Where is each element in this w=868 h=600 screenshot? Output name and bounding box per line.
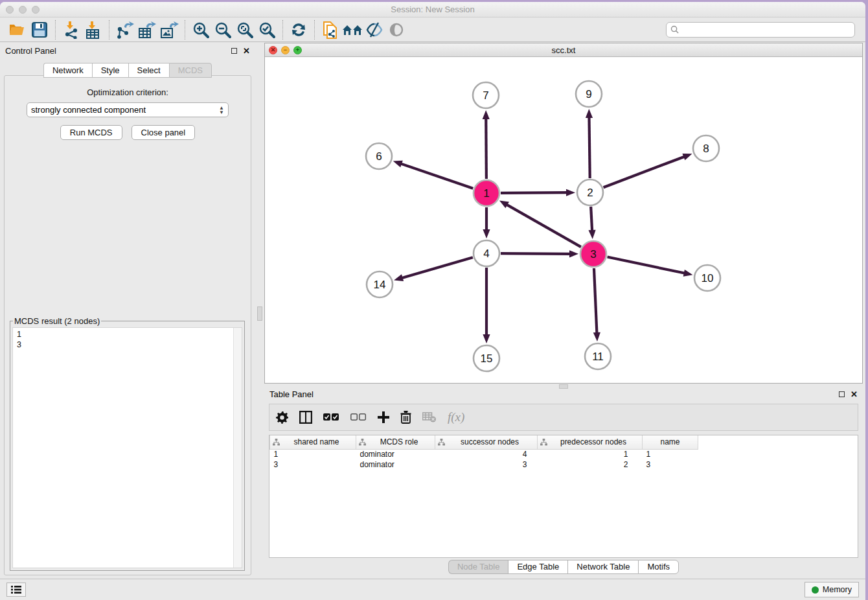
edge-2-9[interactable] (589, 117, 589, 178)
table-settings-gear-icon[interactable] (276, 411, 288, 424)
edge-1-6[interactable] (400, 163, 473, 188)
network-canvas[interactable]: 7968124314101511 (265, 57, 862, 383)
network-graph[interactable]: 7968124314101511 (265, 57, 862, 384)
mcds-result-area[interactable]: 1 3 (12, 327, 242, 568)
table-tab-edge-table[interactable]: Edge Table (508, 560, 567, 574)
hide-graphics-details-icon[interactable] (363, 19, 385, 40)
select-all-columns-icon[interactable] (323, 413, 339, 421)
edge-arrowhead (588, 230, 595, 239)
export-table-icon[interactable] (136, 19, 158, 40)
float-panel-icon[interactable] (231, 48, 237, 54)
result-scrollbar[interactable] (233, 328, 242, 568)
edge-arrowhead (499, 200, 509, 208)
delete-table-disabled-icon (422, 412, 437, 422)
optimization-criterion-label: Optimization criterion: (5, 87, 251, 97)
table-tab-network-table[interactable]: Network Table (567, 560, 638, 574)
edge-3-10[interactable] (608, 257, 685, 273)
edge-2-3[interactable] (591, 207, 592, 231)
control-tab-select[interactable]: Select (128, 63, 169, 78)
mcds-result-group: MCDS result (2 nodes) 1 3 (10, 316, 245, 571)
edge-arrowhead (566, 189, 575, 196)
node-label-11: 11 (592, 351, 604, 363)
table-panel: Table Panel ✕ (264, 386, 863, 576)
search-box[interactable] (666, 22, 855, 38)
column-header-shared-name[interactable]: shared name (270, 435, 356, 449)
table-cell[interactable]: 1 (270, 449, 356, 459)
run-mcds-button[interactable]: Run MCDS (60, 125, 122, 140)
zoom-out-icon[interactable] (212, 19, 234, 40)
column-header-MCDS-role[interactable]: MCDS role (356, 435, 435, 449)
node-label-1: 1 (483, 187, 489, 200)
import-table-icon[interactable] (82, 19, 104, 40)
node-table[interactable]: shared nameMCDS rolesuccessor nodesprede… (269, 435, 858, 558)
edge-arrowhead (393, 161, 403, 168)
task-list-icon (11, 585, 21, 594)
clone-network-icon[interactable] (319, 19, 341, 40)
network-view-window: ✕ − + scc.txt 7968124314101511 (264, 43, 863, 384)
table-cell[interactable]: dominator (356, 449, 435, 459)
column-layout-icon[interactable] (299, 411, 312, 424)
save-session-icon[interactable] (29, 19, 51, 40)
node-label-9: 9 (586, 88, 591, 100)
edge-1-2[interactable] (501, 192, 567, 193)
table-cell[interactable]: 3 (643, 459, 698, 470)
control-tab-mcds[interactable]: MCDS (169, 63, 212, 78)
float-table-panel-icon[interactable] (839, 391, 845, 397)
home-icon[interactable] (341, 19, 363, 40)
title-bar: Session: New Session (0, 2, 865, 17)
export-image-icon[interactable] (158, 19, 180, 40)
column-header-successor-nodes[interactable]: successor nodes (435, 435, 538, 449)
horizontal-splitter-grip[interactable] (559, 384, 568, 389)
table-cell[interactable]: 3 (270, 459, 356, 470)
column-header-predecessor-nodes[interactable]: predecessor nodes (538, 435, 643, 449)
add-column-icon[interactable] (378, 411, 389, 423)
optimization-criterion-select[interactable]: strongly connected component ▲▼ (27, 102, 229, 117)
edge-3-11[interactable] (594, 268, 597, 334)
network-window-titlebar[interactable]: ✕ − + scc.txt (265, 43, 862, 57)
node-label-14: 14 (374, 279, 386, 291)
task-history-button[interactable] (6, 583, 26, 597)
edge-4-3[interactable] (501, 253, 571, 254)
control-panel: Control Panel ✕ NetworkStyleSelectMCDS O… (0, 42, 255, 579)
search-input[interactable] (682, 25, 851, 34)
status-bar: Memory (0, 579, 865, 600)
import-network-icon[interactable] (60, 19, 82, 40)
table-tab-node-table[interactable]: Node Table (448, 560, 508, 574)
edge-2-8[interactable] (604, 156, 685, 187)
node-label-7: 7 (483, 89, 488, 102)
edge-4-14[interactable] (402, 257, 473, 278)
table-cell[interactable]: 2 (538, 459, 643, 470)
apply-preferred-layout-icon[interactable] (288, 19, 310, 40)
table-cell[interactable]: 3 (435, 459, 538, 470)
control-panel-tabs: NetworkStyleSelectMCDS (0, 63, 255, 78)
export-network-icon[interactable] (114, 19, 136, 40)
show-graphics-details-icon[interactable] (385, 19, 407, 40)
edge-1-7[interactable] (486, 118, 486, 179)
edge-3-1[interactable] (506, 204, 580, 247)
table-row[interactable]: 3dominator323 (270, 459, 698, 470)
splitter-grip[interactable] (257, 306, 262, 321)
edge-arrowhead (483, 229, 490, 238)
table-tab-motifs[interactable]: Motifs (638, 560, 679, 574)
delete-columns-icon[interactable] (400, 411, 411, 424)
table-cell[interactable]: 1 (643, 449, 698, 459)
select-chevrons-icon: ▲▼ (219, 106, 224, 115)
control-tab-network[interactable]: Network (43, 63, 92, 78)
close-panel-icon[interactable]: ✕ (243, 48, 250, 54)
open-session-icon[interactable] (6, 19, 29, 40)
memory-button[interactable]: Memory (805, 582, 859, 597)
zoom-in-icon[interactable] (190, 19, 212, 40)
column-header-name[interactable]: name (643, 435, 698, 449)
unselect-all-columns-icon[interactable] (350, 413, 367, 421)
table-cell[interactable]: 1 (538, 449, 643, 459)
table-row[interactable]: 1dominator411 (270, 449, 698, 459)
toolbar-separator (109, 20, 109, 40)
close-table-panel-icon[interactable]: ✕ (851, 391, 858, 397)
zoom-fit-icon[interactable] (234, 19, 256, 40)
close-panel-button[interactable]: Close panel (131, 125, 196, 140)
control-tab-style[interactable]: Style (92, 63, 128, 78)
table-cell[interactable]: 4 (435, 449, 538, 459)
zoom-selected-icon[interactable] (256, 19, 278, 40)
vertical-splitter[interactable] (255, 42, 264, 579)
table-cell[interactable]: dominator (356, 459, 435, 470)
